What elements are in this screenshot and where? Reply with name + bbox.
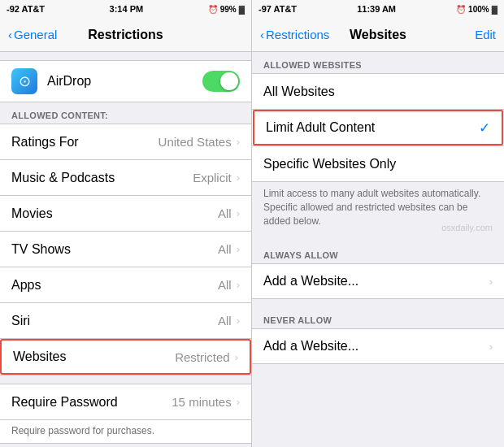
nav-bar-left: ‹ General Restrictions xyxy=(0,18,251,52)
time-left: 3:14 PM xyxy=(110,4,144,14)
list-item-movies[interactable]: Movies All › xyxy=(0,196,251,232)
list-item-ratings[interactable]: Ratings For United States › xyxy=(0,124,251,160)
list-item-music[interactable]: Music & Podcasts Explicit › xyxy=(0,160,251,196)
require-password-group: Require Password 15 minutes › Require pa… xyxy=(0,384,251,444)
edit-button-right[interactable]: Edit xyxy=(475,28,496,41)
never-allow-header: NEVER ALLOW xyxy=(252,307,504,328)
status-bar-right: -97 AT&T 11:39 AM ⏰ 100% ▓ xyxy=(252,0,504,18)
option-specific-websites[interactable]: Specific Websites Only xyxy=(252,145,504,181)
right-panel: -97 AT&T 11:39 AM ⏰ 100% ▓ ‹ Restriction… xyxy=(252,0,504,447)
list-item-siri[interactable]: Siri All › xyxy=(0,303,251,339)
toggle-knob xyxy=(220,72,238,90)
music-value: Explicit xyxy=(193,171,232,184)
music-chevron: › xyxy=(237,171,240,184)
movies-chevron: › xyxy=(237,207,240,219)
battery-right: 100% xyxy=(468,5,489,14)
status-icons-right: ⏰ 100% ▓ xyxy=(456,5,497,14)
status-icons-left: ⏰ 99% ▓ xyxy=(208,5,245,14)
never-allow-chevron: › xyxy=(489,341,493,353)
airdrop-icon: ⊙ xyxy=(11,68,37,94)
always-allow-add-label: Add a Website... xyxy=(263,274,489,289)
tvshows-label: TV Shows xyxy=(11,242,218,257)
always-allow-header: ALWAYS ALLOW xyxy=(252,242,504,263)
allowed-websites-header: ALLOWED WEBSITES xyxy=(252,52,504,73)
list-item-apps[interactable]: Apps All › xyxy=(0,267,251,303)
always-allow-add-row[interactable]: Add a Website... › xyxy=(252,263,504,299)
option-limit-adult[interactable]: Limit Adult Content ✓ xyxy=(253,110,503,145)
option-all-websites[interactable]: All Websites xyxy=(252,74,504,110)
require-password-label: Require Password xyxy=(11,395,172,410)
never-allow-add-label: Add a Website... xyxy=(263,339,489,354)
apps-label: Apps xyxy=(11,278,218,293)
nav-title-right: Websites xyxy=(350,28,406,42)
carrier-left: -92 AT&T xyxy=(7,4,45,14)
back-chevron-right: ‹ xyxy=(260,28,264,41)
siri-chevron: › xyxy=(237,315,240,327)
nav-title-left: Restrictions xyxy=(88,28,163,42)
airdrop-toggle[interactable] xyxy=(202,71,240,92)
back-chevron-left: ‹ xyxy=(8,28,12,41)
allowed-content-list: Ratings For United States › Music & Podc… xyxy=(0,124,251,375)
ratings-value: United States xyxy=(159,135,232,149)
alarm-icon-right: ⏰ xyxy=(456,5,466,14)
battery-left: 99% xyxy=(220,5,237,14)
ratings-chevron: › xyxy=(237,136,240,148)
left-panel: -92 AT&T 3:14 PM ⏰ 99% ▓ ‹ General Restr… xyxy=(0,0,252,447)
movies-value: All xyxy=(218,206,232,220)
list-item-tvshows[interactable]: TV Shows All › xyxy=(0,232,251,267)
movies-label: Movies xyxy=(11,206,218,221)
ratings-label: Ratings For xyxy=(11,135,159,150)
websites-value: Restricted xyxy=(175,350,230,364)
tvshows-value: All xyxy=(218,242,232,256)
status-bar-left: -92 AT&T 3:14 PM ⏰ 99% ▓ xyxy=(0,0,251,18)
checkmark-icon: ✓ xyxy=(479,119,490,137)
time-right: 11:39 AM xyxy=(357,4,396,14)
list-item-websites[interactable]: Websites Restricted › xyxy=(0,339,251,375)
allowed-content-header: ALLOWED CONTENT: xyxy=(0,102,251,124)
always-allow-chevron: › xyxy=(489,276,493,288)
back-button-left[interactable]: ‹ General xyxy=(8,28,57,41)
battery-bar-left: ▓ xyxy=(239,5,245,14)
require-password-value: 15 minutes xyxy=(172,395,231,409)
battery-bar-right: ▓ xyxy=(492,5,497,14)
nav-bar-right: ‹ Restrictions Websites Edit xyxy=(252,18,504,52)
never-allow-section: NEVER ALLOW Add a Website... › xyxy=(252,307,504,364)
alarm-icon-left: ⏰ xyxy=(208,5,218,14)
limit-adult-label: Limit Adult Content xyxy=(266,120,479,135)
require-password-chevron: › xyxy=(237,396,240,408)
back-button-right[interactable]: ‹ Restrictions xyxy=(260,28,329,41)
tvshows-chevron: › xyxy=(237,243,240,255)
airdrop-row: ⊙ AirDrop xyxy=(0,60,251,102)
websites-chevron: › xyxy=(235,351,238,363)
siri-value: All xyxy=(218,314,232,328)
all-websites-label: All Websites xyxy=(263,85,493,99)
carrier-right: -97 AT&T xyxy=(259,4,297,14)
airdrop-label: AirDrop xyxy=(47,74,193,89)
require-password-row[interactable]: Require Password 15 minutes › xyxy=(0,384,251,420)
siri-label: Siri xyxy=(11,314,218,328)
websites-label: Websites xyxy=(13,349,175,364)
back-label-right: Restrictions xyxy=(266,28,329,41)
require-password-description: Require password for purchases. xyxy=(0,420,251,443)
specific-websites-label: Specific Websites Only xyxy=(263,157,493,171)
website-options-list: All Websites Limit Adult Content ✓ Speci… xyxy=(252,73,504,182)
watermark: osxdaily.com xyxy=(441,222,493,234)
music-label: Music & Podcasts xyxy=(11,171,193,185)
apps-value: All xyxy=(218,278,232,292)
back-label-left: General xyxy=(14,28,57,41)
apps-chevron: › xyxy=(237,279,240,291)
never-allow-add-row[interactable]: Add a Website... › xyxy=(252,328,504,364)
always-allow-section: ALWAYS ALLOW Add a Website... › xyxy=(252,242,504,299)
limit-adult-description: Limit access to many adult websites auto… xyxy=(252,182,504,234)
